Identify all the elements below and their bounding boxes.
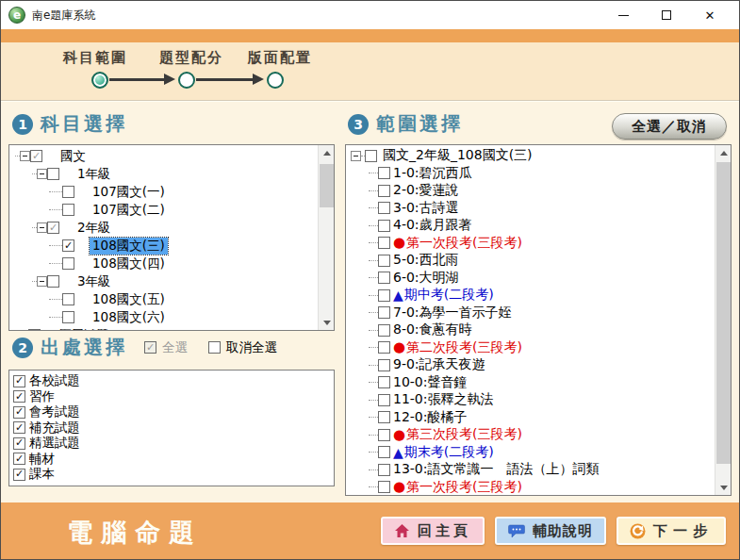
tree-item[interactable]: 108國文(三) — [11, 237, 317, 255]
scrollbar[interactable] — [715, 145, 731, 495]
range-checkbox[interactable] — [378, 376, 390, 388]
tree-item-label[interactable]: 歷屆試題 — [56, 327, 112, 332]
list-item[interactable]: 精選試題 — [11, 436, 332, 452]
collapse-icon[interactable] — [37, 276, 47, 287]
range-checkbox[interactable] — [378, 446, 390, 458]
tree-checkbox[interactable] — [47, 275, 59, 288]
tree-checkbox[interactable] — [47, 168, 59, 180]
range-item-label[interactable]: 期中考(二段考) — [404, 287, 494, 304]
scroll-down-icon[interactable] — [319, 315, 335, 330]
range-item-label[interactable]: 12-0:酸橘子 — [393, 409, 468, 426]
range-checkbox[interactable] — [378, 481, 390, 493]
range-checkbox[interactable] — [378, 411, 390, 423]
range-item-label[interactable]: 1-0:碧沉西瓜 — [393, 165, 472, 182]
collapse-icon[interactable] — [20, 151, 30, 161]
tree-item[interactable]: 2年級 — [11, 219, 317, 237]
tree-item[interactable]: ▲期中考(二段考) — [348, 287, 714, 305]
range-item-label[interactable]: 8-0:食蔥有時 — [393, 321, 472, 338]
range-item-label[interactable]: 7-0:為學一首示子姪 — [393, 305, 512, 321]
source-checkbox[interactable] — [13, 421, 25, 434]
tree-item[interactable]: ●第一次段考(三段考) — [348, 235, 714, 253]
range-checkbox[interactable] — [378, 237, 390, 249]
list-item[interactable]: 習作 — [11, 389, 332, 405]
range-item-label[interactable]: 第一次段考(三段考) — [406, 235, 522, 252]
select-all-toggle-button[interactable]: 全選／取消 — [612, 113, 727, 140]
range-checkbox[interactable] — [378, 220, 390, 232]
scroll-down-icon[interactable] — [715, 480, 732, 495]
tree-item-label[interactable]: 107國文(二) — [90, 202, 168, 219]
collapse-icon[interactable] — [37, 169, 47, 179]
minimize-button[interactable] — [601, 2, 645, 28]
tree-item[interactable]: 3年級 — [11, 272, 317, 290]
range-item-label[interactable]: 4-0:歲月跟著 — [393, 217, 472, 234]
tree-item[interactable]: 108國文(六) — [11, 308, 317, 326]
tree-item[interactable]: 13-0:語文常識一 語法（上）詞類 — [348, 461, 714, 479]
tree-item-label[interactable]: 108國文(五) — [90, 291, 168, 308]
tree-item[interactable]: 8-0:食蔥有時 — [348, 321, 714, 339]
tree-item-label[interactable]: 國文_2年級_108國文(三) — [380, 147, 535, 164]
range-checkbox[interactable] — [378, 202, 390, 214]
tree-checkbox[interactable] — [28, 329, 41, 331]
tree-item[interactable]: 5-0:西北雨 — [348, 252, 714, 270]
tree-item[interactable]: ●第三次段考(三段考) — [348, 426, 714, 444]
tree-checkbox[interactable] — [62, 257, 74, 270]
deselect-all-checkbox[interactable] — [208, 341, 221, 354]
range-checkbox[interactable] — [378, 394, 390, 406]
scrollbar-thumb[interactable] — [320, 164, 334, 207]
tree-item[interactable]: 7-0:為學一首示子姪 — [348, 305, 714, 322]
maximize-button[interactable] — [645, 2, 688, 28]
close-button[interactable]: ✕ — [688, 2, 732, 28]
range-item-label[interactable]: 第一次段考(三段考) — [406, 479, 522, 496]
tree-item[interactable]: ●第二次段考(三段考) — [348, 339, 714, 357]
range-item-label[interactable]: 5-0:西北雨 — [393, 252, 459, 269]
range-checkbox[interactable] — [378, 255, 390, 267]
source-checkbox[interactable] — [13, 375, 25, 387]
tree-item[interactable]: 108國文(五) — [11, 290, 317, 308]
collapse-icon[interactable] — [37, 222, 47, 233]
collapse-icon[interactable] — [351, 151, 361, 161]
range-checkbox[interactable] — [378, 289, 390, 302]
list-item[interactable]: 會考試題 — [11, 404, 332, 420]
tree-item[interactable]: 12-0:酸橘子 — [348, 409, 714, 427]
range-checkbox[interactable] — [378, 272, 390, 284]
tree-root-item[interactable]: 國文_2年級_108國文(三) — [348, 147, 714, 165]
scroll-up-icon[interactable] — [715, 145, 732, 160]
range-item-label[interactable]: 13-0:語文常識一 語法（上）詞類 — [393, 461, 600, 478]
range-item-label[interactable]: 9-0:記承天夜遊 — [393, 356, 485, 373]
tree-checkbox[interactable] — [62, 293, 74, 305]
scroll-up-icon[interactable] — [319, 145, 335, 160]
range-checkbox[interactable] — [378, 324, 390, 337]
step-dot-3[interactable] — [267, 72, 284, 89]
tree-checkbox[interactable] — [62, 239, 74, 252]
tree-item[interactable]: 4-0:歲月跟著 — [348, 217, 714, 235]
tree-item[interactable]: 10-0:聲音鐘 — [348, 374, 714, 392]
tree-item-label[interactable]: 1年級 — [74, 166, 114, 183]
source-checkbox[interactable] — [13, 406, 25, 419]
list-item[interactable]: 補充試題 — [11, 420, 332, 436]
range-item-label[interactable]: 6-0:大明湖 — [393, 270, 459, 287]
range-item-label[interactable]: 11-0:張釋之執法 — [393, 391, 494, 408]
range-item-label[interactable]: 3-0:古詩選 — [393, 200, 459, 217]
list-item[interactable]: 各校試題 — [11, 373, 332, 389]
tree-item[interactable]: 6-0:大明湖 — [348, 270, 714, 288]
tree-item[interactable]: 108國文(四) — [11, 255, 317, 272]
tree-item-label[interactable]: 3年級 — [74, 273, 114, 290]
tree-item-label[interactable]: 108國文(四) — [90, 255, 168, 272]
tree-item-label[interactable]: 2年級 — [74, 220, 114, 237]
range-item-label[interactable]: 第二次段考(三段考) — [406, 339, 522, 356]
tree-checkbox[interactable] — [30, 150, 42, 162]
tree-item[interactable]: 107國文(一) — [11, 183, 317, 201]
help-button[interactable]: 輔助說明 — [495, 517, 606, 545]
list-item[interactable]: 輔材 — [11, 452, 332, 468]
scrollbar[interactable] — [318, 145, 334, 330]
range-checkbox[interactable] — [378, 429, 390, 441]
range-item-label[interactable]: 第三次段考(三段考) — [406, 426, 522, 443]
tree-item-label[interactable]: 108國文(六) — [90, 309, 168, 326]
tree-item[interactable]: 1-0:碧沉西瓜 — [348, 165, 714, 183]
range-item-label[interactable]: 期末考(二段考) — [404, 444, 494, 461]
source-checkbox[interactable] — [13, 390, 25, 403]
tree-item-label[interactable]: 國文 — [58, 148, 89, 165]
tree-checkbox[interactable] — [47, 222, 59, 234]
tree-item-label[interactable]: 107國文(一) — [90, 184, 168, 201]
range-checkbox[interactable] — [378, 341, 390, 354]
